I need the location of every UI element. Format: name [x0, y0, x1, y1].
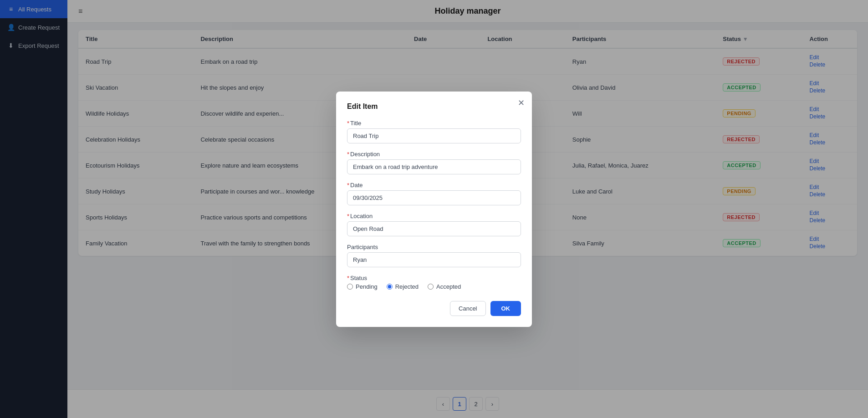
cancel-button[interactable]: Cancel	[450, 301, 485, 316]
status-radio-group: Pending Rejected Accepted	[347, 283, 521, 290]
date-input[interactable]	[347, 190, 521, 205]
ok-button[interactable]: OK	[490, 301, 521, 316]
title-input[interactable]	[347, 128, 521, 143]
date-label: *Date	[347, 182, 521, 189]
modal-actions: Cancel OK	[347, 301, 521, 316]
location-label: *Location	[347, 213, 521, 219]
location-input[interactable]	[347, 221, 521, 236]
date-field-group: *Date	[347, 182, 521, 205]
participants-input[interactable]	[347, 252, 521, 267]
description-label: *Description	[347, 151, 521, 158]
participants-field-group: Participants	[347, 244, 521, 267]
title-label: *Title	[347, 120, 521, 127]
status-pending-option[interactable]: Pending	[347, 283, 378, 290]
status-accepted-option[interactable]: Accepted	[428, 283, 461, 290]
modal-close-button[interactable]: ✕	[518, 99, 525, 107]
description-input[interactable]	[347, 159, 521, 174]
title-field-group: *Title	[347, 120, 521, 143]
description-field-group: *Description	[347, 151, 521, 174]
edit-item-modal: ✕ Edit Item *Title *Description *Date *L…	[336, 92, 532, 327]
location-field-group: *Location	[347, 213, 521, 236]
status-pending-radio[interactable]	[347, 284, 353, 290]
status-rejected-option[interactable]: Rejected	[387, 283, 419, 290]
participants-label: Participants	[347, 244, 521, 250]
modal-overlay: ✕ Edit Item *Title *Description *Date *L…	[0, 0, 868, 418]
status-accepted-radio[interactable]	[428, 284, 434, 290]
status-field-group: *Status Pending Rejected Accepted	[347, 275, 521, 290]
status-rejected-radio[interactable]	[387, 284, 393, 290]
modal-title: Edit Item	[347, 102, 521, 111]
status-label: *Status	[347, 275, 521, 281]
